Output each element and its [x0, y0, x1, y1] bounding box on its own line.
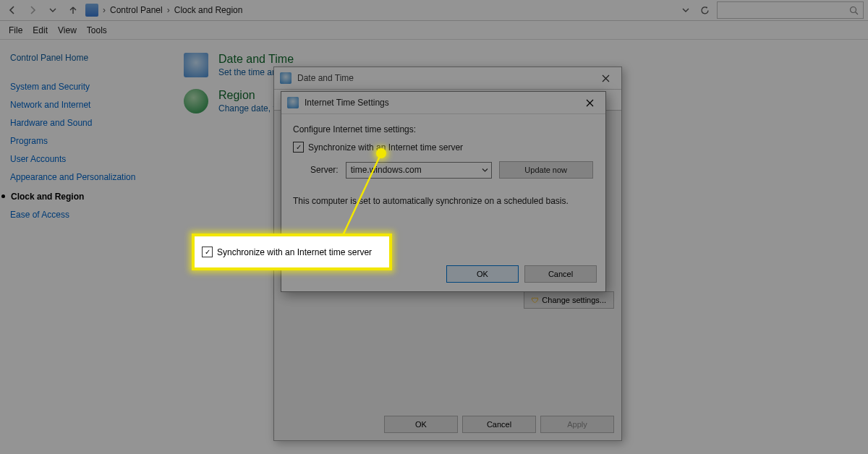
close-button[interactable] [591, 69, 620, 87]
clock-icon [287, 97, 299, 108]
shield-icon: 🛡 [532, 296, 539, 304]
sidebar-home[interactable]: Control Panel Home [10, 53, 162, 63]
apply-button[interactable]: Apply [540, 416, 614, 433]
update-now-button[interactable]: Update now [499, 161, 593, 179]
close-button[interactable] [575, 93, 604, 112]
chevron-right-icon: › [103, 5, 106, 15]
sidebar-item-appearance[interactable]: Appearance and Personalization [10, 172, 162, 184]
chevron-down-icon [482, 167, 488, 174]
globe-icon [184, 89, 208, 113]
callout-label: Synchronize with an Internet time server [217, 247, 372, 257]
breadcrumb-leaf[interactable]: Clock and Region [174, 5, 243, 15]
dialog-title: Date and Time [297, 73, 354, 83]
server-label: Server: [310, 165, 339, 175]
section-title-date-time[interactable]: Date and Time [218, 53, 294, 66]
menu-bar: File Edit View Tools [0, 21, 868, 40]
server-value: time.windows.com [351, 165, 422, 175]
sidebar-item-clock-region[interactable]: Clock and Region [11, 192, 84, 202]
sidebar-item-user-accounts[interactable]: User Accounts [10, 154, 162, 164]
sidebar: Control Panel Home System and Security N… [0, 40, 172, 454]
sidebar-item-programs[interactable]: Programs [10, 136, 162, 146]
refresh-button[interactable] [697, 2, 712, 18]
menu-file[interactable]: File [9, 25, 22, 35]
sync-checkbox-callout: ✓ [202, 247, 213, 257]
breadcrumb[interactable]: › Control Panel › Clock and Region [85, 4, 675, 17]
menu-edit[interactable]: Edit [33, 25, 48, 35]
sidebar-item-network-internet[interactable]: Network and Internet [10, 100, 162, 110]
menu-view[interactable]: View [58, 25, 77, 35]
control-panel-icon [85, 4, 98, 17]
sidebar-item-system-security[interactable]: System and Security [10, 82, 162, 92]
change-settings-button[interactable]: 🛡 Change settings... [524, 291, 614, 309]
back-button[interactable] [4, 2, 20, 18]
ok-button[interactable]: OK [446, 265, 519, 283]
sync-description: This computer is set to automatically sy… [293, 196, 594, 206]
server-select[interactable]: time.windows.com [346, 162, 492, 179]
dialog-titlebar[interactable]: Date and Time [274, 67, 621, 90]
search-icon [849, 6, 859, 15]
address-bar: › Control Panel › Clock and Region [0, 0, 868, 21]
up-button[interactable] [65, 2, 81, 18]
clock-icon [184, 53, 208, 77]
dialog-titlebar[interactable]: Internet Time Settings [281, 92, 605, 114]
sync-checkbox[interactable]: ✓ [293, 142, 304, 153]
menu-tools[interactable]: Tools [87, 25, 107, 35]
sidebar-item-ease-of-access[interactable]: Ease of Access [10, 210, 162, 220]
address-dropdown[interactable] [679, 2, 692, 18]
callout-highlight: ✓ Synchronize with an Internet time serv… [192, 234, 392, 270]
clock-icon [280, 72, 292, 84]
breadcrumb-root[interactable]: Control Panel [110, 5, 163, 15]
configure-label: Configure Internet time settings: [293, 124, 594, 134]
svg-line-1 [856, 12, 859, 14]
recent-dropdown[interactable] [45, 2, 61, 18]
search-input[interactable] [717, 1, 864, 19]
dialog-title: Internet Time Settings [305, 98, 389, 108]
svg-point-0 [851, 7, 856, 12]
chevron-right-icon: › [167, 5, 170, 15]
change-settings-label: Change settings... [542, 296, 606, 304]
cancel-button[interactable]: Cancel [524, 265, 597, 283]
forward-button[interactable] [25, 2, 41, 18]
sidebar-item-hardware-sound[interactable]: Hardware and Sound [10, 118, 162, 128]
active-indicator-icon [1, 194, 5, 198]
callout-target-dot [376, 148, 386, 158]
cancel-button[interactable]: Cancel [462, 416, 536, 433]
ok-button[interactable]: OK [384, 416, 458, 433]
